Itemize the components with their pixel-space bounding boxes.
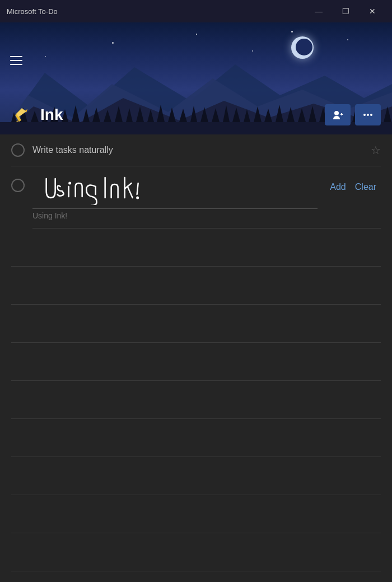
svg-point-44 [334,111,339,115]
svg-point-55 [136,197,139,199]
hamburger-line-1 [10,56,22,57]
maximize-button[interactable]: ❐ [333,2,358,20]
task-text: Write tasks naturally [32,145,363,155]
star-6 [347,39,348,40]
svg-point-48 [367,114,369,116]
task-item: Write tasks naturally ☆ [11,134,381,166]
hamburger-line-3 [10,64,22,65]
recognized-text: Using Ink! [32,209,381,229]
ink-underline [32,208,318,209]
svg-line-54 [137,183,138,194]
add-button[interactable]: Add [325,181,350,193]
ink-input-row: Add Clear [11,166,381,209]
star-2 [196,34,197,35]
header-bottom: Ink [0,95,392,134]
app-title: Ink [40,106,63,124]
ink-task-circle [11,179,25,192]
pen-icon-wrapper [11,104,32,125]
empty-row-3[interactable] [11,305,381,343]
window-controls: — ❐ ✕ [306,2,385,20]
empty-row-2[interactable] [11,267,381,305]
minimize-button[interactable]: — [306,2,332,20]
svg-point-47 [363,114,366,116]
header-actions [325,104,381,125]
empty-row-6[interactable] [11,419,381,457]
more-options-button[interactable] [355,104,381,125]
main-content: Write tasks naturally ☆ [0,134,392,582]
empty-row-4[interactable] [11,343,381,381]
empty-row-1[interactable] [11,229,381,267]
star-4 [291,31,293,32]
empty-row-9[interactable] [11,533,381,571]
moon-decoration [291,36,314,59]
title-bar-title: Microsoft To-Do [7,7,58,16]
empty-row-5[interactable] [11,381,381,419]
ink-area[interactable] [32,174,318,209]
svg-marker-42 [16,108,26,117]
star-button[interactable]: ☆ [371,143,381,157]
svg-point-50 [68,182,71,185]
add-person-button[interactable] [325,104,351,125]
svg-marker-43 [25,109,27,113]
hamburger-menu[interactable] [10,56,22,65]
add-person-icon [332,109,343,120]
app-header: Ink [0,22,392,134]
svg-point-49 [370,114,372,116]
empty-row-8[interactable] [11,495,381,533]
close-button[interactable]: ✕ [360,2,385,20]
ink-actions: Add Clear [325,176,381,193]
star-5 [45,56,46,57]
task-complete-circle[interactable] [11,143,25,157]
task-input-area: Write tasks naturally ☆ [0,134,392,571]
svg-marker-40 [16,120,18,122]
star-3 [252,50,253,52]
more-options-icon [363,110,373,120]
ink-canvas[interactable] [32,174,318,205]
title-bar: Microsoft To-Do — ❐ ✕ [0,0,392,22]
hamburger-line-2 [10,60,22,61]
pen-icon [13,106,31,124]
star-1 [112,42,114,44]
empty-row-7[interactable] [11,457,381,495]
clear-button[interactable]: Clear [351,181,381,193]
header-title-area: Ink [11,104,63,125]
